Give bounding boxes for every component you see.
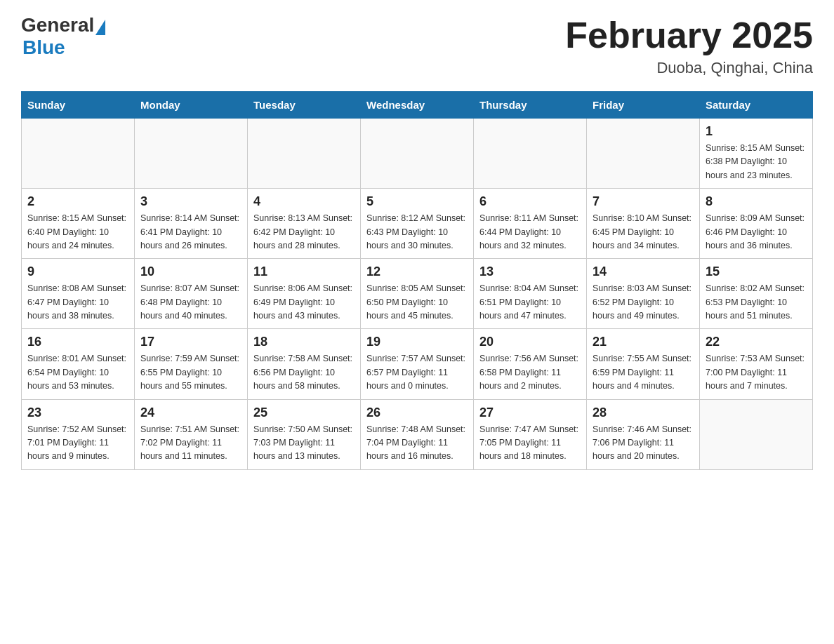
day-number: 14 [593, 264, 694, 279]
page-header: General Blue February 2025 Duoba, Qingha… [21, 14, 813, 77]
day-number: 18 [253, 335, 355, 349]
weekday-header-row: SundayMondayTuesdayWednesdayThursdayFrid… [22, 92, 813, 119]
day-info: Sunrise: 7:55 AM Sunset: 6:59 PM Dayligh… [593, 352, 694, 393]
day-info: Sunrise: 8:02 AM Sunset: 6:53 PM Dayligh… [706, 282, 807, 323]
calendar-cell: 7Sunrise: 8:10 AM Sunset: 6:45 PM Daylig… [587, 189, 700, 259]
day-info: Sunrise: 7:56 AM Sunset: 6:58 PM Dayligh… [479, 352, 581, 393]
calendar-week-4: 16Sunrise: 8:01 AM Sunset: 6:54 PM Dayli… [22, 329, 813, 399]
day-info: Sunrise: 8:15 AM Sunset: 6:38 PM Dayligh… [706, 142, 807, 182]
day-info: Sunrise: 7:47 AM Sunset: 7:05 PM Dayligh… [479, 423, 581, 464]
calendar-week-5: 23Sunrise: 7:52 AM Sunset: 7:01 PM Dayli… [22, 399, 813, 469]
weekday-header-tuesday: Tuesday [248, 92, 361, 119]
day-info: Sunrise: 7:53 AM Sunset: 7:00 PM Dayligh… [706, 352, 807, 393]
calendar-cell: 14Sunrise: 8:03 AM Sunset: 6:52 PM Dayli… [587, 259, 700, 329]
day-number: 15 [706, 264, 807, 279]
calendar-cell: 20Sunrise: 7:56 AM Sunset: 6:58 PM Dayli… [474, 329, 587, 399]
day-number: 2 [27, 194, 128, 209]
day-number: 12 [366, 264, 468, 279]
day-info: Sunrise: 8:12 AM Sunset: 6:43 PM Dayligh… [366, 212, 468, 253]
day-number: 28 [593, 405, 694, 420]
calendar-week-1: 1Sunrise: 8:15 AM Sunset: 6:38 PM Daylig… [22, 119, 813, 189]
calendar-cell [587, 119, 700, 189]
day-number: 21 [593, 335, 694, 349]
day-info: Sunrise: 8:10 AM Sunset: 6:45 PM Dayligh… [593, 212, 694, 253]
weekday-header-monday: Monday [135, 92, 248, 119]
logo-triangle-icon [95, 20, 105, 35]
day-number: 22 [706, 335, 807, 349]
weekday-header-thursday: Thursday [474, 92, 587, 119]
calendar-cell: 18Sunrise: 7:58 AM Sunset: 6:56 PM Dayli… [248, 329, 361, 399]
day-info: Sunrise: 7:58 AM Sunset: 6:56 PM Dayligh… [253, 352, 355, 393]
day-info: Sunrise: 8:14 AM Sunset: 6:41 PM Dayligh… [140, 212, 241, 253]
day-number: 25 [253, 405, 355, 420]
calendar-cell: 6Sunrise: 8:11 AM Sunset: 6:44 PM Daylig… [474, 189, 587, 259]
calendar-cell: 9Sunrise: 8:08 AM Sunset: 6:47 PM Daylig… [22, 259, 135, 329]
day-number: 24 [140, 405, 241, 420]
calendar-cell: 11Sunrise: 8:06 AM Sunset: 6:49 PM Dayli… [248, 259, 361, 329]
calendar-cell: 13Sunrise: 8:04 AM Sunset: 6:51 PM Dayli… [474, 259, 587, 329]
day-info: Sunrise: 7:59 AM Sunset: 6:55 PM Dayligh… [140, 352, 241, 393]
weekday-header-friday: Friday [587, 92, 700, 119]
day-number: 4 [253, 194, 355, 209]
calendar-cell: 22Sunrise: 7:53 AM Sunset: 7:00 PM Dayli… [700, 329, 813, 399]
calendar-week-2: 2Sunrise: 8:15 AM Sunset: 6:40 PM Daylig… [22, 189, 813, 259]
location-title: Duoba, Qinghai, China [565, 59, 813, 77]
calendar-cell: 24Sunrise: 7:51 AM Sunset: 7:02 PM Dayli… [135, 399, 248, 469]
calendar-cell: 3Sunrise: 8:14 AM Sunset: 6:41 PM Daylig… [135, 189, 248, 259]
title-section: February 2025 Duoba, Qinghai, China [565, 14, 813, 77]
calendar-cell: 25Sunrise: 7:50 AM Sunset: 7:03 PM Dayli… [248, 399, 361, 469]
logo: General Blue [21, 14, 105, 59]
day-info: Sunrise: 8:13 AM Sunset: 6:42 PM Dayligh… [253, 212, 355, 253]
day-number: 16 [27, 335, 128, 349]
day-number: 9 [27, 264, 128, 279]
calendar-cell: 12Sunrise: 8:05 AM Sunset: 6:50 PM Dayli… [361, 259, 474, 329]
calendar-cell: 16Sunrise: 8:01 AM Sunset: 6:54 PM Dayli… [22, 329, 135, 399]
day-number: 20 [479, 335, 581, 349]
logo-general-text: General [21, 14, 94, 36]
day-info: Sunrise: 8:15 AM Sunset: 6:40 PM Dayligh… [27, 212, 128, 253]
day-info: Sunrise: 8:04 AM Sunset: 6:51 PM Dayligh… [479, 282, 581, 323]
day-number: 8 [706, 194, 807, 209]
calendar-cell: 28Sunrise: 7:46 AM Sunset: 7:06 PM Dayli… [587, 399, 700, 469]
day-info: Sunrise: 7:46 AM Sunset: 7:06 PM Dayligh… [593, 423, 694, 464]
calendar-cell [135, 119, 248, 189]
day-info: Sunrise: 8:03 AM Sunset: 6:52 PM Dayligh… [593, 282, 694, 323]
day-number: 6 [479, 194, 581, 209]
day-number: 27 [479, 405, 581, 420]
day-number: 7 [593, 194, 694, 209]
calendar-cell [22, 119, 135, 189]
day-number: 13 [479, 264, 581, 279]
calendar-cell: 2Sunrise: 8:15 AM Sunset: 6:40 PM Daylig… [22, 189, 135, 259]
calendar-cell: 5Sunrise: 8:12 AM Sunset: 6:43 PM Daylig… [361, 189, 474, 259]
day-number: 3 [140, 194, 241, 209]
day-number: 23 [27, 405, 128, 420]
calendar-cell: 17Sunrise: 7:59 AM Sunset: 6:55 PM Dayli… [135, 329, 248, 399]
calendar-cell: 21Sunrise: 7:55 AM Sunset: 6:59 PM Dayli… [587, 329, 700, 399]
calendar-cell [361, 119, 474, 189]
calendar-cell: 26Sunrise: 7:48 AM Sunset: 7:04 PM Dayli… [361, 399, 474, 469]
calendar-cell: 10Sunrise: 8:07 AM Sunset: 6:48 PM Dayli… [135, 259, 248, 329]
day-info: Sunrise: 8:07 AM Sunset: 6:48 PM Dayligh… [140, 282, 241, 323]
day-number: 17 [140, 335, 241, 349]
calendar-table: SundayMondayTuesdayWednesdayThursdayFrid… [21, 91, 813, 470]
calendar-cell: 8Sunrise: 8:09 AM Sunset: 6:46 PM Daylig… [700, 189, 813, 259]
calendar-cell [700, 399, 813, 469]
day-info: Sunrise: 7:48 AM Sunset: 7:04 PM Dayligh… [366, 423, 468, 464]
calendar-cell: 27Sunrise: 7:47 AM Sunset: 7:05 PM Dayli… [474, 399, 587, 469]
weekday-header-saturday: Saturday [700, 92, 813, 119]
day-info: Sunrise: 8:06 AM Sunset: 6:49 PM Dayligh… [253, 282, 355, 323]
day-number: 11 [253, 264, 355, 279]
calendar-cell: 15Sunrise: 8:02 AM Sunset: 6:53 PM Dayli… [700, 259, 813, 329]
weekday-header-sunday: Sunday [22, 92, 135, 119]
month-title: February 2025 [565, 14, 813, 56]
day-info: Sunrise: 8:11 AM Sunset: 6:44 PM Dayligh… [479, 212, 581, 253]
day-number: 5 [366, 194, 468, 209]
calendar-cell [474, 119, 587, 189]
logo-blue-text: Blue [22, 36, 65, 59]
weekday-header-wednesday: Wednesday [361, 92, 474, 119]
day-info: Sunrise: 8:09 AM Sunset: 6:46 PM Dayligh… [706, 212, 807, 253]
day-info: Sunrise: 8:01 AM Sunset: 6:54 PM Dayligh… [27, 352, 128, 393]
day-info: Sunrise: 7:51 AM Sunset: 7:02 PM Dayligh… [140, 423, 241, 464]
calendar-cell: 4Sunrise: 8:13 AM Sunset: 6:42 PM Daylig… [248, 189, 361, 259]
day-info: Sunrise: 8:08 AM Sunset: 6:47 PM Dayligh… [27, 282, 128, 323]
